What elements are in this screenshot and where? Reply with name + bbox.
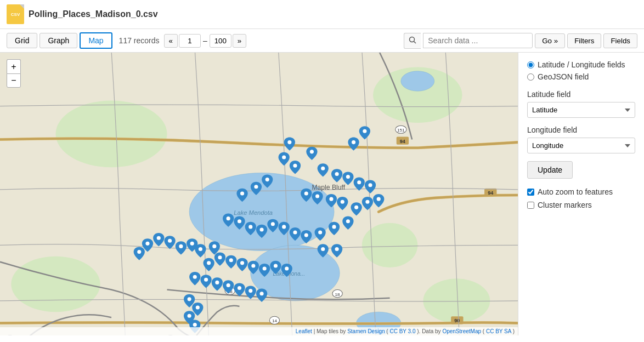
svg-text:94: 94 (400, 139, 406, 144)
svg-point-85 (204, 278, 208, 282)
svg-point-77 (251, 264, 255, 267)
svg-point-44 (368, 183, 372, 187)
stamen-link[interactable]: Stamen Design (347, 328, 385, 334)
svg-point-47 (240, 191, 244, 195)
svg-point-73 (346, 219, 350, 223)
csv-label: CSV (11, 12, 20, 17)
svg-point-36 (363, 129, 366, 133)
tab-map[interactable]: Map (80, 32, 112, 49)
svg-point-83 (321, 247, 325, 251)
svg-text:151: 151 (397, 128, 405, 133)
svg-point-5 (423, 278, 490, 323)
svg-point-34 (287, 140, 291, 144)
latitude-field-label: Latitude field (527, 90, 635, 99)
toolbar: Grid Graph Map 117 records « – » Go » Fi… (0, 29, 644, 53)
zoom-out-button[interactable]: − (7, 73, 21, 88)
search-input[interactable] (423, 33, 533, 48)
last-page-button[interactable]: » (233, 34, 246, 48)
zoom-in-button[interactable]: + (7, 59, 21, 73)
page-end-input[interactable] (210, 34, 231, 48)
geojson-radio[interactable] (527, 73, 534, 81)
svg-point-43 (357, 180, 361, 184)
first-page-button[interactable]: « (164, 34, 178, 48)
cluster-markers-label[interactable]: Cluster markers (527, 201, 635, 209)
svg-point-40 (321, 167, 325, 170)
svg-point-63 (227, 216, 230, 220)
search-container (404, 33, 533, 49)
update-button[interactable]: Update (527, 161, 573, 179)
map-zoom-controls: + − (7, 59, 21, 88)
svg-point-56 (168, 239, 172, 243)
svg-point-49 (315, 195, 319, 198)
geojson-radio-text: GeoJSON field (538, 72, 589, 81)
svg-point-70 (304, 233, 308, 237)
svg-text:Lake Mendota: Lake Mendota (234, 209, 273, 216)
svg-point-64 (238, 219, 241, 223)
go-button[interactable]: Go » (535, 33, 565, 48)
svg-point-68 (282, 225, 286, 229)
svg-text:90: 90 (454, 318, 460, 323)
svg-point-69 (293, 230, 297, 234)
cluster-markers-checkbox[interactable] (527, 202, 534, 209)
latitude-field-section: Latitude field Latitude (527, 90, 635, 118)
geojson-radio-label[interactable]: GeoJSON field (527, 72, 635, 81)
osm-link[interactable]: OpenStreetMap (442, 328, 481, 334)
search-icon (409, 36, 416, 44)
svg-point-7 (362, 223, 418, 267)
svg-point-35 (352, 140, 355, 144)
svg-text:14: 14 (272, 318, 278, 323)
svg-point-88 (238, 286, 241, 290)
filters-button[interactable]: Filters (567, 33, 601, 48)
longitude-select[interactable]: Longitude (527, 138, 635, 153)
svg-point-89 (248, 289, 252, 293)
svg-point-93 (188, 314, 191, 318)
leaflet-link[interactable]: Leaflet (296, 328, 312, 334)
svg-point-78 (263, 266, 267, 270)
page-start-input[interactable] (179, 34, 201, 48)
tab-grid[interactable]: Grid (7, 33, 37, 48)
longitude-field-label: Longitude field (527, 126, 635, 134)
svg-point-72 (332, 225, 336, 229)
svg-point-39 (293, 164, 297, 168)
cc-by-sa-link[interactable]: CC BY SA (486, 328, 511, 334)
svg-point-91 (188, 297, 191, 301)
page-separator: – (202, 36, 208, 45)
pagination: « – » (164, 34, 247, 48)
cc-by-stamen-link[interactable]: CC BY 3.0 (389, 328, 415, 334)
svg-point-86 (215, 281, 219, 284)
latitude-select[interactable]: Latitude (527, 102, 635, 118)
svg-text:18: 18 (335, 292, 341, 297)
svg-point-94 (193, 323, 197, 327)
search-icon-button[interactable] (404, 33, 421, 49)
lat-lon-radio-label[interactable]: Latitude / Longitude fields (527, 60, 635, 69)
svg-point-60 (137, 250, 141, 254)
svg-point-55 (157, 236, 161, 240)
svg-point-38 (282, 155, 286, 159)
svg-point-0 (410, 37, 415, 42)
svg-point-48 (304, 191, 308, 195)
svg-point-66 (260, 227, 264, 231)
svg-text:Maple Bluff: Maple Bluff (312, 184, 345, 191)
svg-point-58 (179, 244, 183, 248)
lat-lon-radio-text: Latitude / Longitude fields (538, 60, 625, 69)
svg-point-52 (354, 206, 358, 209)
coordinate-type-group: Latitude / Longitude fields GeoJSON fiel… (527, 60, 635, 81)
records-count: 117 records (119, 36, 160, 45)
map-container[interactable]: Lake Mendota Lake Mona... 94 94 90 151 (0, 53, 518, 335)
svg-point-90 (260, 292, 264, 295)
svg-point-82 (335, 247, 339, 251)
auto-zoom-label[interactable]: Auto zoom to features (527, 187, 635, 196)
svg-point-51 (341, 200, 344, 204)
svg-point-41 (335, 172, 339, 176)
header: CSV Polling_Places_Madison_0.csv (0, 0, 644, 29)
svg-point-54 (377, 197, 381, 201)
svg-point-75 (229, 258, 233, 262)
svg-point-80 (285, 266, 289, 270)
svg-point-76 (240, 261, 244, 265)
svg-point-42 (346, 175, 350, 179)
lat-lon-radio[interactable] (527, 61, 534, 69)
auto-zoom-checkbox[interactable] (527, 189, 534, 196)
tab-graph[interactable]: Graph (39, 33, 77, 48)
map-attribution: Leaflet | Map tiles by Stamen Design ( C… (0, 327, 518, 335)
fields-button[interactable]: Fields (603, 33, 637, 48)
